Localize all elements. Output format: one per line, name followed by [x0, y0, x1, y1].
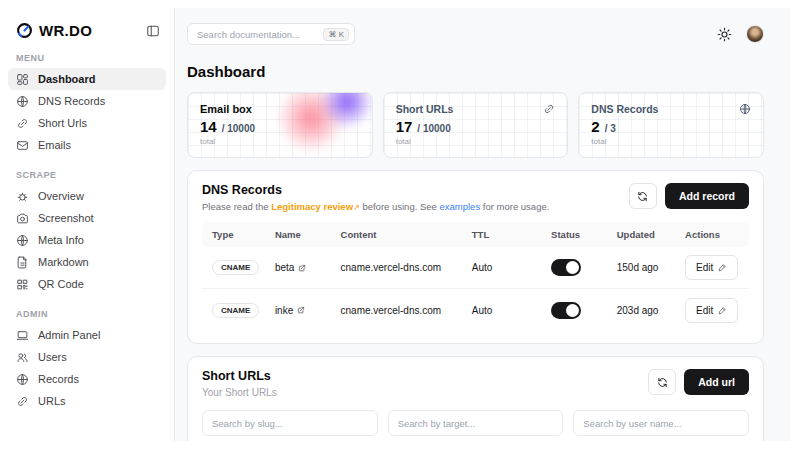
stat-limit: / 10000 [222, 123, 255, 134]
sidebar-item-short-urls[interactable]: Short Urls [8, 112, 166, 134]
sidebar-item-emails[interactable]: Emails [8, 134, 166, 156]
add-record-button[interactable]: Add record [665, 183, 749, 209]
link-icon [16, 395, 29, 408]
record-updated: 203d ago [607, 305, 675, 316]
stat-card-email-box[interactable]: Email box 14 / 10000 total [187, 92, 373, 158]
stat-caption: total [591, 137, 751, 146]
bug-icon [16, 190, 29, 203]
legitimacy-review-link[interactable]: Legitimacy review [271, 201, 353, 212]
stat-caption: total [396, 137, 556, 146]
record-name[interactable]: beta [275, 262, 294, 273]
status-toggle[interactable] [551, 259, 581, 276]
refresh-icon [637, 191, 648, 202]
sidebar-collapse-icon[interactable] [146, 24, 160, 38]
search-documentation-button[interactable]: Search documentation... ⌘ K [187, 23, 355, 45]
short-urls-heading: Short URLs Your Short URLs [202, 369, 277, 398]
short-urls-subtitle: Your Short URLs [202, 387, 277, 398]
topbar: Search documentation... ⌘ K [175, 8, 790, 54]
refresh-button[interactable] [648, 369, 676, 395]
edit-button[interactable]: Edit [685, 255, 738, 280]
sidebar-item-screenshot[interactable]: Screenshot [8, 207, 166, 229]
sidebar-header: WR.DO [0, 8, 174, 39]
search-by-target-input[interactable] [388, 410, 564, 436]
table-row: CNAME inke cname.vercel-dns.com Auto 203… [202, 289, 749, 331]
search-placeholder-text: Search documentation... [197, 29, 300, 40]
pencil-icon [718, 263, 727, 272]
dns-panel-subtitle: Please read the Legitimacy review↗ befor… [202, 201, 549, 212]
record-ttl: Auto [462, 305, 541, 316]
dashboard-icon [16, 73, 29, 86]
stat-title: Short URLs [396, 103, 454, 115]
add-url-button[interactable]: Add url [684, 369, 749, 395]
sidebar-item-meta-info[interactable]: Meta Info [8, 229, 166, 251]
short-urls-filters [202, 410, 749, 436]
column-header-status: Status [541, 229, 607, 240]
record-content: cname.vercel-dns.com [331, 262, 462, 273]
stat-value: 14 [200, 118, 217, 135]
dns-panel-title: DNS Records [202, 183, 549, 197]
sidebar-item-label: Admin Panel [38, 329, 100, 341]
edit-button[interactable]: Edit [685, 298, 738, 323]
sidebar-item-label: Dashboard [38, 73, 95, 85]
sidebar-item-label: Meta Info [38, 234, 84, 246]
stat-card-dns-records[interactable]: DNS Records 2 / 3 total [578, 92, 764, 158]
subtitle-text: before using. See [360, 201, 440, 212]
record-type-badge: CNAME [212, 303, 259, 318]
stat-title: DNS Records [591, 103, 658, 115]
qr-code-icon [16, 278, 29, 291]
globe-icon [16, 95, 29, 108]
external-link-icon[interactable] [297, 306, 305, 314]
users-icon [16, 351, 29, 364]
column-header-name: Name [265, 229, 331, 240]
column-header-type: Type [202, 229, 265, 240]
examples-link[interactable]: examples [440, 201, 481, 212]
table-header-row: Type Name Content TTL Status Updated Act… [202, 222, 749, 247]
record-ttl: Auto [462, 262, 541, 273]
short-urls-title: Short URLs [202, 369, 277, 383]
sidebar-item-users[interactable]: Users [8, 346, 166, 368]
search-by-user-name-input[interactable] [573, 410, 749, 436]
sidebar-item-label: Screenshot [38, 212, 94, 224]
stat-caption: total [200, 137, 360, 146]
record-name[interactable]: inke [275, 305, 293, 316]
theme-toggle-sun-icon[interactable] [717, 27, 732, 42]
sidebar-item-dns-records[interactable]: DNS Records [8, 90, 166, 112]
sidebar-item-overview[interactable]: Overview [8, 185, 166, 207]
sidebar-item-label: URLs [38, 395, 66, 407]
user-avatar[interactable] [746, 25, 764, 43]
mail-icon [16, 139, 29, 152]
subtitle-text: for more usage. [480, 201, 549, 212]
sidebar-item-records[interactable]: Records [8, 368, 166, 390]
topbar-right [717, 25, 764, 43]
link-icon [16, 117, 29, 130]
brand-logo[interactable]: WR.DO [16, 22, 92, 39]
external-link-icon[interactable] [298, 264, 306, 272]
nav-section-label-admin: ADMIN [16, 309, 158, 319]
column-header-updated: Updated [607, 229, 675, 240]
refresh-button[interactable] [629, 183, 657, 209]
camera-icon [16, 212, 29, 225]
column-header-actions: Actions [675, 229, 749, 240]
sidebar-item-dashboard[interactable]: Dashboard [8, 68, 166, 90]
sidebar-item-label: Short Urls [38, 117, 87, 129]
globe-icon [739, 103, 751, 115]
sidebar-nav: MENU Dashboard DNS Records Short Urls Em… [0, 39, 174, 412]
sidebar-item-urls[interactable]: URLs [8, 390, 166, 412]
sidebar-item-markdown[interactable]: Markdown [8, 251, 166, 273]
main-area: Search documentation... ⌘ K Dashboard Em… [175, 8, 790, 441]
stat-card-short-urls[interactable]: Short URLs 17 / 10000 total [383, 92, 569, 158]
short-urls-panel: Short URLs Your Short URLs Add url [187, 356, 764, 441]
dns-panel-heading: DNS Records Please read the Legitimacy r… [202, 183, 549, 212]
app-window: WR.DO MENU Dashboard DNS Records Short U… [0, 8, 790, 441]
column-header-ttl: TTL [462, 229, 541, 240]
subtitle-text: Please read the [202, 201, 271, 212]
status-toggle[interactable] [551, 302, 581, 319]
sidebar-item-admin-panel[interactable]: Admin Panel [8, 324, 166, 346]
search-by-slug-input[interactable] [202, 410, 378, 436]
sidebar-item-label: DNS Records [38, 95, 105, 107]
record-updated: 150d ago [607, 262, 675, 273]
sidebar-item-qr-code[interactable]: QR Code [8, 273, 166, 295]
record-content: cname.vercel-dns.com [331, 305, 462, 316]
globe-icon [16, 373, 29, 386]
stat-value: 17 [396, 118, 413, 135]
